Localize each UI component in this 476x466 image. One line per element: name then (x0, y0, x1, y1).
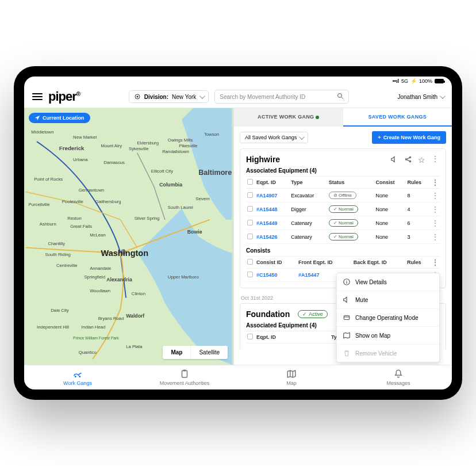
user-menu[interactable]: Jonathan Smith (398, 94, 444, 100)
share-icon[interactable] (404, 155, 412, 163)
trash-icon (343, 349, 351, 357)
search-placeholder: Search by Movement Authority ID (220, 94, 305, 100)
svg-text:Bowie: Bowie (187, 229, 202, 235)
equipment-link[interactable]: #A15447 (298, 272, 320, 278)
equipment-link[interactable]: #A15448 (256, 207, 278, 212)
svg-text:Point of Rocks: Point of Rocks (34, 177, 63, 182)
signal-icon: ••ıl (393, 78, 399, 84)
tab-saved-gangs[interactable]: SAVED WORK GANGS (343, 108, 452, 127)
nav-messages[interactable]: Messages (345, 365, 452, 389)
row-checkbox[interactable] (247, 272, 253, 277)
status-bar: ••ıl 5G ⚡ 100% (24, 77, 452, 86)
equipment-link[interactable]: #A15426 (256, 234, 278, 240)
tab-active-gang[interactable]: ACTIVE WORK GANG (234, 108, 343, 127)
chevron-down-icon (440, 93, 446, 99)
row-checkbox[interactable] (247, 192, 253, 198)
svg-point-52 (409, 156, 410, 158)
chevron-down-icon (299, 134, 305, 140)
app-logo: piper® (48, 89, 80, 104)
status-dot-icon (316, 116, 319, 119)
more-icon[interactable]: ⋮ (432, 178, 439, 186)
sound-off-icon[interactable] (390, 155, 398, 163)
more-icon[interactable]: ⋮ (432, 258, 439, 266)
svg-text:Urbana: Urbana (73, 157, 88, 162)
svg-text:Prince William Forest Park: Prince William Forest Park (73, 336, 119, 340)
svg-text:Annandale: Annandale (90, 266, 111, 271)
row-checkbox[interactable] (247, 220, 253, 226)
row-more-icon[interactable]: ⋮ (432, 192, 439, 200)
map-canvas: Frederick Mount Airy Eldersburg Owings M… (24, 108, 233, 365)
svg-text:Severn: Severn (195, 196, 210, 201)
row-more-icon[interactable]: ⋮ (432, 233, 439, 241)
current-location-button[interactable]: Current Location (29, 113, 90, 123)
menu-show-on-map[interactable]: Show on Map (337, 327, 439, 345)
gang-title: Highwire (246, 155, 280, 164)
menu-change-mode[interactable]: Change Operating Mode (337, 309, 439, 327)
battery-label: 100% (419, 78, 432, 84)
svg-text:La Plata: La Plata (126, 344, 143, 349)
filter-select[interactable]: All Saved Work Gangs (240, 132, 308, 143)
select-all-checkbox[interactable] (247, 179, 253, 185)
menu-remove-vehicle[interactable]: Remove Vehicle (337, 345, 439, 362)
map-type-satellite[interactable]: Satellite (191, 346, 228, 359)
svg-text:Alexandria: Alexandria (106, 277, 132, 282)
svg-text:Owings Mills: Owings Mills (168, 137, 193, 143)
row-checkbox[interactable] (247, 206, 253, 212)
menu-view-details[interactable]: View Details (337, 273, 439, 291)
map-pin-icon (343, 331, 351, 339)
star-icon[interactable]: ☆ (418, 155, 426, 163)
svg-text:Great Falls: Great Falls (70, 224, 92, 229)
row-more-icon[interactable]: ⋮ (432, 205, 439, 213)
menu-icon[interactable] (32, 93, 43, 100)
battery-shape-icon (435, 79, 444, 83)
svg-line-54 (407, 158, 410, 159)
svg-text:South Riding: South Riding (45, 252, 71, 257)
screen: ••ıl 5G ⚡ 100% piper® Division: New York… (24, 77, 452, 389)
network-label: 5G (401, 78, 408, 84)
svg-text:Ellicott City: Ellicott City (151, 169, 173, 174)
svg-point-1 (136, 96, 138, 98)
table-row: #A15426Catenary✓ NormalNone3⋮ (246, 230, 440, 244)
svg-point-62 (79, 376, 80, 377)
consist-link[interactable]: #C15450 (256, 272, 278, 278)
equipment-table: Eqpt. ID Type Status Consist Rules ⋮ #A1… (246, 176, 440, 244)
map-type-map[interactable]: Map (163, 346, 191, 359)
map-city-washington: Washington (101, 249, 149, 258)
svg-point-61 (75, 376, 76, 377)
mute-icon (343, 296, 351, 304)
equipment-link[interactable]: #A15449 (256, 220, 278, 226)
search-icon (337, 93, 344, 101)
status-pill: ✓ Normal (329, 233, 358, 240)
create-work-gang-button[interactable]: +Create New Work Gang (372, 131, 446, 144)
division-value: New York (172, 94, 196, 100)
location-icon (34, 115, 40, 121)
nav-movement-authorities[interactable]: Movement Authorities (131, 365, 238, 389)
equipment-link[interactable]: #A14907 (256, 193, 278, 198)
select-all-checkbox[interactable] (247, 334, 253, 339)
svg-text:Purcellville: Purcellville (28, 202, 49, 207)
svg-text:Damascus: Damascus (103, 160, 125, 165)
more-icon[interactable]: ⋮ (432, 155, 440, 163)
nav-map[interactable]: Map (238, 365, 345, 389)
menu-mute[interactable]: Mute (337, 291, 439, 309)
svg-text:McLean: McLean (90, 232, 106, 238)
user-name: Jonathan Smith (398, 94, 438, 100)
svg-text:Columbia: Columbia (159, 182, 182, 188)
svg-text:Clinton: Clinton (132, 291, 145, 296)
map-pane[interactable]: Frederick Mount Airy Eldersburg Owings M… (24, 108, 233, 365)
svg-text:Reston: Reston (67, 216, 82, 221)
svg-text:Eldersburg: Eldersburg (137, 140, 159, 146)
row-more-icon[interactable]: ⋮ (432, 219, 439, 227)
map-type-toggle: Map Satellite (163, 346, 228, 359)
svg-text:Middletown: Middletown (31, 129, 53, 135)
search-input[interactable]: Search by Movement Authority ID (214, 90, 349, 104)
row-checkbox[interactable] (247, 234, 253, 239)
svg-point-53 (409, 161, 410, 162)
consists-heading: Consists (246, 247, 440, 254)
status-pill: ⊘ Offline (329, 192, 356, 199)
tablet-frame: ••ıl 5G ⚡ 100% piper® Division: New York… (14, 66, 462, 400)
svg-text:Mount Airy: Mount Airy (101, 143, 122, 148)
division-selector[interactable]: Division: New York (129, 90, 209, 103)
nav-work-gangs[interactable]: Work Gangs (24, 365, 131, 389)
select-all-checkbox[interactable] (247, 259, 253, 265)
